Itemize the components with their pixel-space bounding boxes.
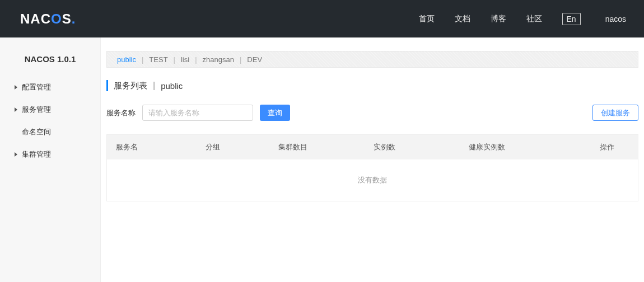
content: public | TEST | lisi | zhangsan | DEV 服务… bbox=[101, 37, 644, 282]
caret-right-icon bbox=[15, 85, 17, 90]
sidebar-item-label: 服务管理 bbox=[22, 105, 51, 115]
table-empty-text: 没有数据 bbox=[107, 159, 638, 201]
topbar: NACOS. 首页 文档 博客 社区 En nacos bbox=[0, 0, 644, 37]
ns-tab-test[interactable]: TEST bbox=[147, 55, 170, 64]
sidebar-version: NACOS 1.0.1 bbox=[0, 54, 100, 76]
col-healthy-count: 健康实例数 bbox=[460, 135, 576, 159]
ns-separator: | bbox=[236, 55, 245, 64]
title-separator: | bbox=[147, 81, 161, 91]
logo-dot: . bbox=[72, 11, 76, 26]
sidebar-item-config[interactable]: 配置管理 bbox=[0, 76, 100, 98]
ns-tab-zhangsan[interactable]: zhangsan bbox=[200, 55, 236, 64]
services-table: 服务名 分组 集群数目 实例数 健康实例数 操作 没有数据 bbox=[106, 134, 638, 201]
sidebar-item-label: 集群管理 bbox=[22, 149, 51, 159]
col-cluster-count: 集群数目 bbox=[269, 135, 365, 159]
ns-separator: | bbox=[192, 55, 200, 64]
page-title-block: 服务列表 | public bbox=[106, 80, 638, 91]
sidebar-item-namespace[interactable]: 命名空间 bbox=[0, 121, 100, 143]
col-group: 分组 bbox=[197, 135, 269, 159]
namespace-bar: public | TEST | lisi | zhangsan | DEV bbox=[106, 51, 638, 68]
filter-row: 服务名称 查询 创建服务 bbox=[106, 105, 638, 121]
nav-docs[interactable]: 文档 bbox=[455, 14, 470, 24]
nav-blog[interactable]: 博客 bbox=[491, 14, 506, 24]
logo[interactable]: NACOS. bbox=[20, 11, 76, 27]
sidebar-item-label: 配置管理 bbox=[22, 82, 51, 92]
sidebar-item-cluster[interactable]: 集群管理 bbox=[0, 143, 100, 166]
filter-label: 服务名称 bbox=[106, 108, 136, 118]
col-service-name: 服务名 bbox=[107, 135, 197, 159]
sidebar-item-label: 命名空间 bbox=[22, 127, 51, 137]
caret-right-icon bbox=[15, 107, 17, 112]
caret-right-icon bbox=[15, 152, 17, 157]
ns-separator: | bbox=[170, 55, 179, 64]
user-menu[interactable]: nacos bbox=[605, 15, 626, 24]
title-accent-bar bbox=[106, 80, 108, 91]
topnav: 首页 文档 博客 社区 En nacos bbox=[419, 13, 626, 25]
logo-text-suffix: S bbox=[62, 11, 72, 26]
nav-home[interactable]: 首页 bbox=[419, 14, 435, 24]
col-instance-count: 实例数 bbox=[365, 135, 460, 159]
table-header: 服务名 分组 集群数目 实例数 健康实例数 操作 bbox=[107, 135, 638, 159]
service-name-input[interactable] bbox=[142, 105, 253, 121]
nav-community[interactable]: 社区 bbox=[526, 14, 542, 24]
ns-tab-dev[interactable]: DEV bbox=[245, 55, 264, 64]
caret-placeholder bbox=[15, 130, 17, 134]
ns-separator: | bbox=[138, 55, 147, 64]
main: NACOS 1.0.1 配置管理 服务管理 命名空间 集群管理 public |… bbox=[0, 37, 644, 282]
create-service-button[interactable]: 创建服务 bbox=[592, 105, 638, 121]
sidebar-item-service[interactable]: 服务管理 bbox=[0, 98, 100, 121]
lang-toggle[interactable]: En bbox=[562, 13, 581, 25]
page-title-namespace: public bbox=[161, 81, 183, 91]
logo-text: NAC bbox=[20, 11, 51, 26]
ns-tab-public[interactable]: public bbox=[115, 55, 138, 64]
page-title: 服务列表 bbox=[114, 81, 147, 91]
sidebar: NACOS 1.0.1 配置管理 服务管理 命名空间 集群管理 bbox=[0, 37, 101, 282]
ns-tab-lisi[interactable]: lisi bbox=[179, 55, 192, 64]
logo-accent: O bbox=[51, 11, 62, 26]
search-button[interactable]: 查询 bbox=[260, 105, 290, 121]
col-actions: 操作 bbox=[576, 135, 638, 159]
